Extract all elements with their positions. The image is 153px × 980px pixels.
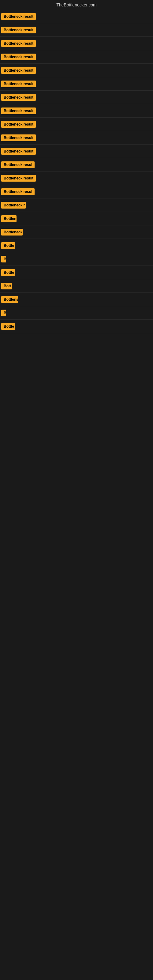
bottleneck-result-badge[interactable]: Bott bbox=[1, 283, 12, 290]
bottleneck-result-badge[interactable]: Bottleneck bbox=[1, 229, 22, 235]
list-item: B bbox=[0, 252, 153, 266]
list-item: Bottle bbox=[0, 320, 153, 333]
list-item: Bottleneck result bbox=[0, 118, 153, 131]
list-item: Bottleneck resul bbox=[0, 185, 153, 199]
bottleneck-result-badge[interactable]: Bottleneck result bbox=[1, 67, 36, 74]
bottleneck-result-badge[interactable]: Bottle bbox=[1, 242, 15, 249]
list-item: Bottlen bbox=[0, 212, 153, 225]
bottleneck-result-badge[interactable]: Bottleneck result bbox=[1, 121, 36, 128]
list-item: Bottleneck result bbox=[0, 64, 153, 77]
bottleneck-result-badge[interactable]: Bottleneck result bbox=[1, 27, 36, 33]
list-item: Bottleneck result bbox=[0, 104, 153, 118]
list-item: Bottle bbox=[0, 266, 153, 279]
list-item: Bottleneck result bbox=[0, 172, 153, 185]
list-item: Bottle bbox=[0, 239, 153, 252]
list-item: Bottleneck result bbox=[0, 10, 153, 23]
bottleneck-result-badge[interactable]: Bottlen bbox=[1, 215, 16, 222]
list-item: Bottleneck bbox=[0, 225, 153, 239]
bottleneck-result-badge[interactable]: B bbox=[1, 310, 6, 317]
bottleneck-result-badge[interactable]: Bottleneck result bbox=[1, 81, 36, 87]
list-item: Bottleneck result bbox=[0, 77, 153, 91]
bottleneck-result-badge[interactable]: Bottleneck r bbox=[1, 202, 26, 208]
bottleneck-result-badge[interactable]: Bottlens bbox=[1, 296, 18, 303]
list-item: Bottleneck result bbox=[0, 91, 153, 104]
bottleneck-result-badge[interactable]: Bottle bbox=[1, 323, 15, 330]
list-item: Bott bbox=[0, 279, 153, 293]
list-item: Bottleneck result bbox=[0, 23, 153, 37]
bottleneck-result-badge[interactable]: Bottleneck result bbox=[1, 54, 36, 60]
list-item: B bbox=[0, 306, 153, 320]
bottleneck-result-badge[interactable]: B bbox=[1, 256, 6, 262]
list-item: Bottlens bbox=[0, 293, 153, 306]
bottleneck-result-badge[interactable]: Bottleneck result bbox=[1, 40, 36, 47]
bottleneck-result-badge[interactable]: Bottleneck result bbox=[1, 108, 36, 114]
bottleneck-result-badge[interactable]: Bottleneck result bbox=[1, 134, 36, 141]
list-item: Bottleneck result bbox=[0, 131, 153, 145]
bottleneck-result-badge[interactable]: Bottle bbox=[1, 269, 15, 276]
list-item: Bottleneck resul bbox=[0, 158, 153, 172]
bottleneck-result-badge[interactable]: Bottleneck result bbox=[1, 13, 36, 20]
list-item: Bottleneck r bbox=[0, 199, 153, 212]
site-title: TheBottlenecker.com bbox=[0, 0, 153, 10]
list-item: Bottleneck result bbox=[0, 37, 153, 50]
bottleneck-result-badge[interactable]: Bottleneck result bbox=[1, 175, 36, 181]
bottleneck-result-badge[interactable]: Bottleneck result bbox=[1, 94, 36, 101]
bottleneck-result-badge[interactable]: Bottleneck result bbox=[1, 148, 36, 155]
list-item: Bottleneck result bbox=[0, 50, 153, 64]
list-item: Bottleneck result bbox=[0, 145, 153, 158]
bottleneck-result-badge[interactable]: Bottleneck resul bbox=[1, 188, 35, 195]
bottleneck-result-badge[interactable]: Bottleneck resul bbox=[1, 161, 35, 168]
